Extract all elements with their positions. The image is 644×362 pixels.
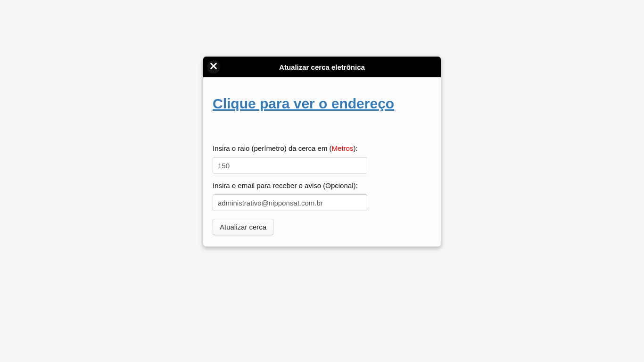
radius-label-suffix: ):	[353, 144, 357, 152]
email-label: Insira o email para receber o aviso (Opc…	[213, 181, 431, 189]
popup-body: Clique para ver o endereço Insira o raio…	[203, 77, 441, 247]
radius-input[interactable]	[213, 157, 367, 174]
radius-label-prefix: Insira o raio (perímetro) da cerca em (	[213, 144, 332, 152]
radius-label: Insira o raio (perímetro) da cerca em (M…	[213, 144, 431, 152]
update-fence-button[interactable]: Atualizar cerca	[213, 219, 273, 235]
popup-header: Atualizar cerca eletrônica	[203, 57, 441, 77]
close-icon	[210, 62, 217, 72]
close-button[interactable]	[207, 60, 220, 74]
radius-unit: Metros	[332, 144, 354, 152]
update-geofence-popup: Atualizar cerca eletrônica Clique para v…	[203, 57, 441, 247]
popup-title: Atualizar cerca eletrônica	[279, 63, 365, 71]
view-address-link[interactable]: Clique para ver o endereço	[213, 95, 431, 112]
email-input[interactable]	[213, 194, 367, 211]
